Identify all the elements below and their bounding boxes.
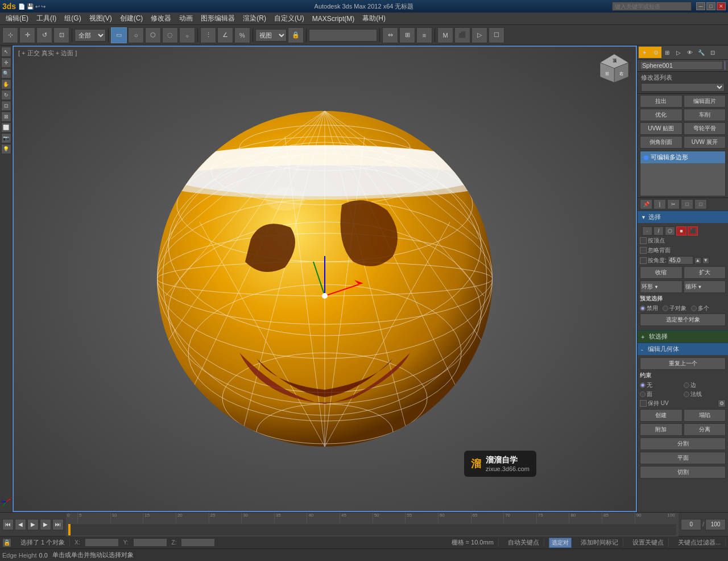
hierarchy-tab-icon[interactable]: ⊞ [661, 47, 673, 58]
bend-bone-btn[interactable]: 弯轮平骨 [684, 122, 726, 135]
lasso-select-btn[interactable]: ◌ [162, 27, 178, 43]
constraint-none-option[interactable]: 无 [640, 381, 682, 389]
selection-rollout-header[interactable]: ▼ 选择 [638, 211, 728, 223]
border-mode-btn[interactable]: ⬡ [665, 226, 675, 236]
by-vertex-checkbox[interactable] [640, 237, 647, 244]
lt-pan-btn[interactable]: ✋ [1, 79, 11, 89]
angle-spinner-up[interactable]: ▲ [694, 257, 701, 264]
collapse-btn[interactable]: 塌陷 [684, 409, 726, 422]
ignore-backface-checkbox[interactable] [640, 247, 647, 254]
menu-view[interactable]: 视图(V) [86, 13, 115, 24]
add-time-marker-btn[interactable]: 添加时间标记 [576, 538, 623, 547]
menu-animation[interactable]: 动画 [176, 13, 196, 24]
lt-zoom-btn[interactable]: 🔍 [1, 68, 11, 79]
loop-btn[interactable]: 循环▼ [684, 280, 726, 293]
detach-btn[interactable]: 分离 [684, 423, 726, 436]
timeline-position-slider[interactable] [68, 524, 71, 535]
create-geo-btn[interactable]: 创建 [640, 409, 682, 422]
menu-help[interactable]: 幕助(H) [359, 13, 389, 24]
object-color-swatch[interactable] [724, 61, 726, 70]
pin-stack-btn[interactable]: 📌 [640, 199, 652, 209]
timeline-track[interactable] [68, 524, 676, 535]
lock-btn[interactable]: 🔒 [288, 27, 304, 43]
split-btn[interactable]: 分割 [640, 438, 726, 450]
move-tool-btn[interactable]: ✛ [19, 27, 35, 43]
search-input[interactable] [612, 2, 692, 11]
select-tool-btn[interactable]: ⊹ [2, 27, 18, 43]
uvw-unwrap-btn[interactable]: UVW 展开 [684, 136, 726, 148]
total-frames-input[interactable] [705, 519, 726, 530]
lt-light-btn[interactable]: 💡 [1, 144, 11, 154]
soft-select-rollout[interactable]: + 软选择 [638, 330, 728, 343]
optimize-btn[interactable]: 优化 [640, 109, 682, 121]
circle-select-btn[interactable]: ○ [128, 27, 144, 43]
polygon-mode-btn[interactable]: ■ [676, 226, 686, 236]
constraint-normal-option[interactable]: 法线 [684, 390, 726, 398]
slice-plane-btn[interactable]: 平面 [640, 452, 726, 464]
menu-group[interactable]: 组(G) [61, 13, 84, 24]
align-btn[interactable]: ≡ [416, 27, 432, 43]
named-selection-input[interactable] [309, 29, 377, 42]
viewport-cube[interactable]: 顶 右 前 [597, 51, 631, 85]
select-all-btn[interactable]: 选定整个对象 [640, 314, 726, 326]
bevel-profile-btn[interactable]: 倒角剖面 [640, 136, 682, 148]
edit-geo-rollout[interactable]: - 编辑几何体 [638, 343, 728, 355]
modifier-list-dropdown[interactable] [641, 83, 725, 92]
edge-mode-btn[interactable]: / [653, 226, 664, 236]
next-frame-btn[interactable]: ▶ [40, 519, 51, 530]
menu-maxscript[interactable]: MAXScript(M) [309, 14, 358, 24]
angle-value-input[interactable] [668, 256, 693, 265]
panel-icon-extra[interactable]: ⊡ [707, 47, 718, 58]
element-mode-btn[interactable]: ⬛ [688, 226, 698, 236]
prev-frame-btn[interactable]: ◀ [15, 519, 26, 530]
angle-spinner-down[interactable]: ▼ [702, 257, 709, 264]
remove-modifier-btn[interactable]: □ [681, 199, 693, 209]
render-frame-btn[interactable]: ☐ [489, 27, 504, 43]
mirror-btn[interactable]: ⇔ [382, 27, 398, 43]
by-angle-checkbox[interactable] [640, 257, 647, 264]
constraint-edge-option[interactable]: 边 [684, 381, 726, 389]
pull-btn[interactable]: 拉出 [640, 95, 682, 108]
paint-select-btn[interactable]: ⬦ [179, 27, 195, 43]
lt-camera-btn[interactable]: 📷 [1, 133, 11, 143]
rotate-tool-btn[interactable]: ↺ [36, 27, 52, 43]
z-coord-input[interactable] [181, 538, 215, 547]
editable-poly-item[interactable]: 可编辑多边形 [640, 151, 725, 163]
win-close-button[interactable]: ✕ [717, 2, 726, 10]
play-animation-btn[interactable]: ▶ [27, 519, 39, 530]
modify-tab-icon[interactable]: ⚙ [650, 47, 661, 58]
angle-snap-btn[interactable]: ∠ [217, 27, 233, 43]
y-coord-input[interactable] [133, 538, 167, 547]
ring-btn[interactable]: 环形▼ [640, 280, 682, 293]
show-end-result-btn[interactable]: | [653, 199, 666, 209]
motion-tab-icon[interactable]: ▷ [673, 47, 684, 58]
current-frame-input[interactable] [681, 519, 701, 530]
configure-sets-btn[interactable]: □ [694, 199, 707, 209]
percent-snap-btn[interactable]: % [234, 27, 250, 43]
array-btn[interactable]: ⊞ [399, 27, 415, 43]
preview-multi-option[interactable]: 多个 [691, 304, 709, 312]
menu-render[interactable]: 渲染(R) [239, 13, 270, 24]
lt-move-btn[interactable]: ✛ [1, 57, 11, 68]
lock-transform-icon[interactable]: 🔒 [2, 538, 11, 547]
menu-tools[interactable]: 工具(I) [33, 13, 60, 24]
filter-dropdown[interactable]: 全部 [75, 29, 106, 42]
rect-select-btn[interactable]: ▭ [111, 27, 127, 43]
menu-graph-editor[interactable]: 图形编辑器 [197, 13, 238, 24]
display-tab-icon[interactable]: 👁 [684, 47, 696, 58]
select-obj-btn[interactable]: 选定对 [549, 538, 572, 548]
menu-customize[interactable]: 自定义(U) [271, 13, 308, 24]
object-name-input[interactable] [640, 61, 723, 70]
play-btn[interactable]: ⏮ [2, 519, 14, 530]
lathe-btn[interactable]: 车削 [684, 109, 726, 121]
viewport[interactable]: [ + 正交 真实 + 边面 ] 顶 右 前 [13, 46, 637, 512]
grow-btn[interactable]: 扩大 [684, 266, 726, 279]
create-tab-icon[interactable]: ✦ [639, 47, 650, 58]
edit-patch-btn[interactable]: 编辑面片 [684, 95, 726, 108]
render-setup-btn[interactable]: ⬛ [454, 27, 470, 43]
preview-sub-option[interactable]: 子对象 [663, 304, 686, 312]
preserve-uv-settings-btn[interactable]: ⚙ [718, 399, 726, 407]
lt-zoom-extents-btn[interactable]: ⊡ [1, 101, 11, 111]
menu-edit[interactable]: 编辑(E) [2, 13, 32, 24]
uvw-map-btn[interactable]: UVW 贴图 [640, 122, 682, 135]
